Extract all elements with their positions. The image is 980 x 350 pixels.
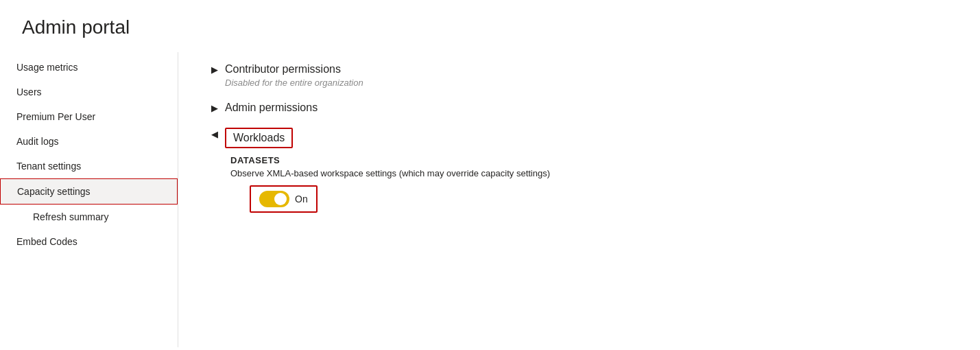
- page-title: Admin portal: [0, 0, 980, 52]
- datasets-label: DATASETS: [230, 155, 947, 165]
- sidebar-item-capacity-settings[interactable]: Capacity settings: [0, 178, 178, 205]
- workloads-box: Workloads: [225, 128, 293, 148]
- workloads-expand-icon[interactable]: ◀: [211, 129, 218, 139]
- toggle-row[interactable]: On: [250, 185, 318, 213]
- contributor-permissions-section: ▶ Contributor permissions Disabled for t…: [211, 63, 947, 88]
- sidebar-item-embed-codes[interactable]: Embed Codes: [0, 229, 178, 254]
- toggle-track: [259, 191, 289, 207]
- workloads-title: Workloads: [233, 132, 285, 144]
- contributor-permissions-expand-icon[interactable]: ▶: [211, 65, 218, 75]
- sidebar: Usage metrics Users Premium Per User Aud…: [0, 52, 178, 347]
- sidebar-item-premium-per-user[interactable]: Premium Per User: [0, 104, 178, 129]
- admin-permissions-section: ▶ Admin permissions: [211, 102, 947, 114]
- sidebar-item-refresh-summary[interactable]: Refresh summary: [0, 205, 178, 229]
- toggle-switch[interactable]: [259, 191, 289, 207]
- sidebar-item-usage-metrics[interactable]: Usage metrics: [0, 55, 178, 80]
- sidebar-item-users[interactable]: Users: [0, 80, 178, 104]
- contributor-permissions-subtitle: Disabled for the entire organization: [225, 78, 363, 88]
- contributor-permissions-title: Contributor permissions: [225, 63, 363, 75]
- workloads-section: ◀ Workloads DATASETS Observe XMLA-based …: [211, 128, 947, 213]
- admin-permissions-title: Admin permissions: [225, 102, 318, 114]
- admin-permissions-expand-icon[interactable]: ▶: [211, 103, 218, 113]
- sidebar-item-tenant-settings[interactable]: Tenant settings: [0, 154, 178, 178]
- toggle-label: On: [295, 194, 308, 205]
- main-content: ▶ Contributor permissions Disabled for t…: [178, 52, 980, 347]
- datasets-description: Observe XMLA-based workspace settings (w…: [230, 168, 947, 178]
- sidebar-item-audit-logs[interactable]: Audit logs: [0, 129, 178, 154]
- toggle-thumb: [274, 193, 287, 205]
